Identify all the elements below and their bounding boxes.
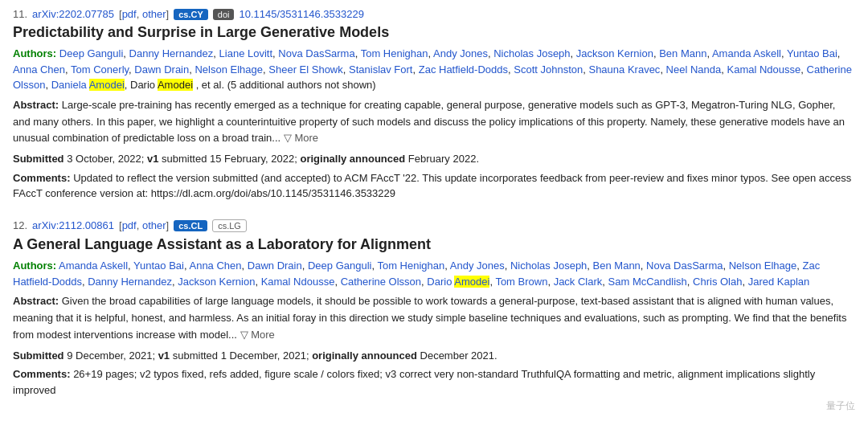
entry-12-title: A General Language Assistant as a Labora…: [13, 235, 855, 254]
entry-12-comments-label: Comments:: [13, 368, 71, 380]
author-danny-hernandez-2[interactable]: Danny Hernandez: [88, 276, 172, 288]
author-anna-chen[interactable]: Anna Chen: [13, 63, 65, 76]
author-jackson-kernion-2[interactable]: Jackson Kernion: [178, 276, 255, 288]
highlight-dario-amodei-2: Amodei: [454, 276, 489, 288]
author-tom-henighan-2[interactable]: Tom Henighan: [377, 260, 444, 272]
entry-12-abstract: Abstract: Given the broad capabilities o…: [13, 293, 855, 343]
author-sheer-el-showk[interactable]: Sheer El Showk: [268, 63, 343, 76]
author-deep-ganguli[interactable]: Deep Ganguli: [59, 47, 124, 59]
author-liane-lovitt[interactable]: Liane Lovitt: [219, 47, 273, 59]
entry-11: 11. arXiv:2202.07785 [pdf, other] cs.CY …: [13, 8, 855, 202]
entry-12-badge-lg: cs.LG: [212, 219, 247, 232]
watermark: 量子位: [826, 399, 855, 413]
author-nelson-elhage[interactable]: Nelson Elhage: [194, 63, 263, 76]
entry-11-other-link[interactable]: other: [142, 8, 166, 20]
author-neel-nanda[interactable]: Neel Nanda: [666, 63, 722, 76]
author-catherine-olsson-2[interactable]: Catherine Olsson: [341, 276, 421, 288]
author-amanda-askell[interactable]: Amanda Askell: [712, 47, 781, 59]
entry-12-number: 12.: [13, 219, 27, 231]
entry-12-bracket-links: [pdf, other]: [119, 219, 169, 231]
entry-11-comments: Comments: Updated to reflect the version…: [13, 170, 855, 202]
entry-11-authors-label: Authors:: [13, 47, 56, 59]
author-kamal-ndousse[interactable]: Kamal Ndousse: [727, 63, 801, 76]
author-shauna-kravec[interactable]: Shauna Kravec: [588, 63, 660, 76]
author-stanislav-fort[interactable]: Stanislav Fort: [349, 63, 412, 76]
entry-11-comments-label: Comments:: [13, 172, 71, 184]
author-tom-henighan[interactable]: Tom Henighan: [361, 47, 428, 59]
entry-12-more-link[interactable]: ▽ More: [240, 329, 275, 341]
entry-11-title: Predictability and Surprise in Large Gen…: [13, 23, 855, 42]
entry-12-arxiv-link[interactable]: arXiv:2112.00861: [32, 219, 114, 231]
entry-11-submitted: Submitted 3 October, 2022; v1 submitted …: [13, 151, 855, 167]
entry-11-badge-cy: cs.CY: [174, 9, 208, 20]
author-nova-dassarma-2[interactable]: Nova DasSarma: [646, 260, 723, 272]
author-tom-conerly[interactable]: Tom Conerly: [71, 63, 129, 76]
author-sam-mccandlish[interactable]: Sam McCandlish: [608, 276, 687, 288]
author-ben-mann[interactable]: Ben Mann: [659, 47, 706, 59]
author-nova-dassarma[interactable]: Nova DasSarma: [278, 47, 354, 59]
entry-11-originally-label: originally announced: [300, 153, 405, 165]
author-jack-clark[interactable]: Jack Clark: [554, 276, 603, 288]
author-scott-johnston[interactable]: Scott Johnston: [514, 63, 583, 76]
entry-11-abstract: Abstract: Large-scale pre-training has r…: [13, 97, 855, 147]
author-andy-jones[interactable]: Andy Jones: [433, 47, 488, 59]
entry-11-more-link[interactable]: ▽ More: [284, 132, 318, 144]
author-danny-hernandez[interactable]: Danny Hernandez: [129, 47, 214, 59]
author-nicholas-joseph-2[interactable]: Nicholas Joseph: [510, 260, 587, 272]
entry-11-authors: Authors: Deep Ganguli, Danny Hernandez, …: [13, 46, 855, 93]
entry-12-submitted: Submitted 9 December, 2021; v1 submitted…: [13, 348, 855, 364]
entry-12-authors: Authors: Amanda Askell, Yuntao Bai, Anna…: [13, 258, 855, 289]
author-kamal-ndousse-2[interactable]: Kamal Ndousse: [261, 276, 335, 288]
entry-12-authors-label: Authors:: [13, 260, 56, 272]
entry-12-submitted-label: Submitted: [13, 349, 64, 362]
entry-11-bracket-links: [pdf, other]: [119, 8, 169, 20]
author-yuntao-bai-2[interactable]: Yuntao Bai: [133, 260, 184, 272]
entry-12-pdf-link[interactable]: pdf: [122, 219, 137, 231]
author-ben-mann-2[interactable]: Ben Mann: [593, 260, 641, 272]
entry-11-arxiv-link[interactable]: arXiv:2202.07785: [32, 8, 114, 20]
entry-12-abstract-label: Abstract:: [13, 295, 59, 307]
author-nicholas-joseph[interactable]: Nicholas Joseph: [493, 47, 570, 59]
author-amanda-askell-2[interactable]: Amanda Askell: [59, 260, 128, 272]
author-nelson-elhage-2[interactable]: Nelson Elhage: [729, 260, 797, 272]
entry-11-abstract-label: Abstract:: [13, 99, 59, 111]
author-jared-kaplan[interactable]: Jared Kaplan: [748, 276, 810, 288]
author-andy-jones-2[interactable]: Andy Jones: [450, 260, 505, 272]
author-tom-brown[interactable]: Tom Brown: [495, 276, 547, 288]
author-dawn-drain[interactable]: Dawn Drain: [134, 63, 189, 76]
author-jackson-kernion[interactable]: Jackson Kernion: [576, 47, 653, 59]
entry-12-comments: Comments: 26+19 pages; v2 typos fixed, r…: [13, 366, 855, 398]
author-deep-ganguli-2[interactable]: Deep Ganguli: [308, 260, 372, 272]
highlight-dario-amodei: Amodei: [158, 79, 193, 91]
author-dawn-drain-2[interactable]: Dawn Drain: [248, 260, 302, 272]
entry-12-other-link[interactable]: other: [142, 219, 166, 231]
author-yuntao-bai[interactable]: Yuntao Bai: [787, 47, 837, 59]
entry-12: 12. arXiv:2112.00861 [pdf, other] cs.CL …: [13, 219, 855, 398]
author-anna-chen-2[interactable]: Anna Chen: [189, 260, 241, 272]
entry-12-originally-label: originally announced: [312, 349, 417, 362]
author-zac-hatfield-dodds[interactable]: Zac Hatfield-Dodds: [419, 63, 508, 76]
entry-11-badge-doi: doi: [213, 9, 235, 20]
author-dario-amodei-2[interactable]: Dario Amodei: [427, 276, 489, 288]
entry-12-header: 12. arXiv:2112.00861 [pdf, other] cs.CL …: [13, 219, 855, 232]
author-chris-olah[interactable]: Chris Olah: [693, 276, 742, 288]
entry-11-pdf-link[interactable]: pdf: [122, 8, 137, 20]
entry-11-header: 11. arXiv:2202.07785 [pdf, other] cs.CY …: [13, 8, 855, 20]
highlight-daniela-amodei: Amodei: [89, 79, 125, 91]
entry-11-doi-link[interactable]: 10.1145/3531146.3533229: [239, 8, 363, 20]
entry-11-submitted-label: Submitted: [13, 153, 64, 165]
author-daniela-amodei[interactable]: Daniela Amodei: [51, 79, 125, 91]
entry-12-badge-cl: cs.CL: [174, 220, 207, 231]
entry-11-number: 11.: [13, 8, 27, 20]
